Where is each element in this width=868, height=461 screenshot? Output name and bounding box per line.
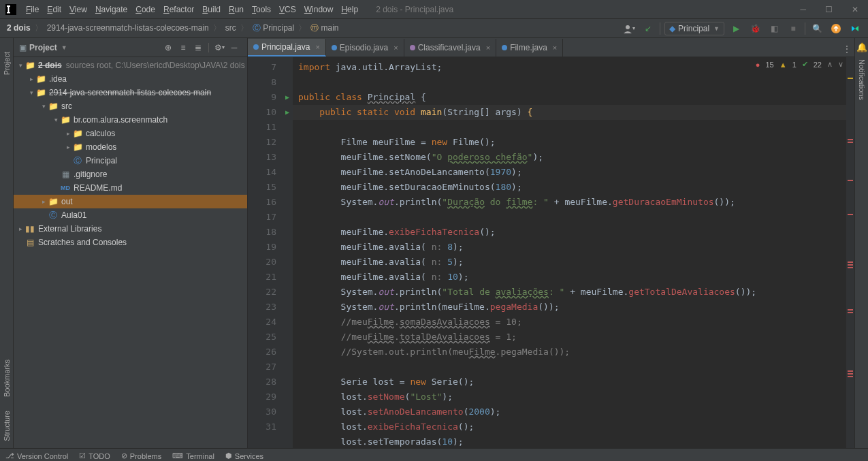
- project-view-icon: ▣: [19, 43, 27, 52]
- run-coverage-icon[interactable]: ◧: [767, 21, 782, 36]
- hide-panel-icon[interactable]: ─: [227, 40, 242, 55]
- right-toolwindow-bar: 🔔 Notifications: [854, 38, 868, 448]
- editor-area: Principal.java×Episodio.java×Classificav…: [248, 38, 854, 448]
- tree-modelos[interactable]: ▸📁modelos: [14, 140, 247, 154]
- breadcrumb-item[interactable]: ⓜ main: [309, 23, 340, 33]
- menu-navigate[interactable]: Navigate: [91, 3, 131, 16]
- stop-button[interactable]: ■: [786, 21, 801, 36]
- close-tab-icon[interactable]: ×: [393, 44, 398, 52]
- editor-tabs: Principal.java×Episodio.java×Classificav…: [248, 38, 854, 57]
- run-config-selector[interactable]: ◆ Principal ▼: [664, 22, 724, 35]
- minimize-button[interactable]: ─: [796, 3, 810, 16]
- menu-tools[interactable]: Tools: [248, 3, 275, 16]
- notifications-toolwindow-button[interactable]: Notifications: [858, 59, 866, 100]
- notifications-bell-icon[interactable]: 🔔: [856, 42, 867, 52]
- svg-point-4: [626, 25, 630, 29]
- bookmarks-toolwindow-button[interactable]: Bookmarks: [3, 360, 11, 397]
- warning-count: 1: [792, 61, 797, 69]
- editor-tab[interactable]: Classificavel.java×: [404, 39, 496, 57]
- collapse-all-icon[interactable]: ≣: [191, 40, 206, 55]
- close-tab-icon[interactable]: ×: [315, 43, 319, 51]
- project-panel-title: Project: [29, 43, 57, 52]
- ide-update-icon[interactable]: [829, 21, 843, 36]
- toolwindow-terminal[interactable]: ⌨Terminal: [172, 451, 214, 460]
- editor-tab[interactable]: Filme.java×: [496, 39, 563, 57]
- tree-out[interactable]: ▸📁out: [14, 195, 247, 208]
- menu-file[interactable]: File: [22, 3, 43, 16]
- bottom-toolwindow-bar: ⎇Version Control☑TODO⊘Problems⌨Terminal⬢…: [0, 448, 868, 461]
- update-project-icon[interactable]: ↙: [641, 21, 656, 36]
- tree-src[interactable]: ▾📁src: [14, 99, 247, 113]
- run-config-label: Principal: [678, 24, 709, 33]
- svg-rect-3: [8, 5, 10, 12]
- left-toolwindow-bar: Project Bookmarks Structure: [0, 38, 14, 448]
- toolwindow-services[interactable]: ⬢Services: [225, 451, 263, 460]
- project-tree[interactable]: ▾📁2 doissources root, C:\Users\ericd\Des…: [14, 57, 247, 448]
- expand-all-icon[interactable]: ≡: [176, 40, 191, 55]
- navbar: 2 dois〉2914-java-screenmatch-listas-cole…: [0, 19, 868, 38]
- menu-build[interactable]: Build: [198, 3, 225, 16]
- tree-ext-libraries[interactable]: ▸▮▮External Libraries: [14, 222, 247, 236]
- menu-view[interactable]: View: [65, 3, 91, 16]
- settings-icon[interactable]: ⚙▾: [212, 40, 227, 55]
- code-with-me-icon[interactable]: [848, 21, 863, 36]
- project-toolwindow-button[interactable]: Project: [3, 52, 11, 75]
- close-tab-icon[interactable]: ×: [486, 44, 490, 52]
- editor-tab[interactable]: Episodio.java×: [326, 39, 404, 57]
- tree-repo[interactable]: ▾📁2914-java-screenmatch-listas-colecoes-…: [14, 86, 247, 99]
- tree-readme[interactable]: MDREADME.md: [14, 181, 247, 195]
- tree-aula01[interactable]: ⒸAula01: [14, 208, 247, 222]
- inspections-widget[interactable]: ●15 ▲1 ✔22 ∧∨: [756, 60, 843, 69]
- tree-gitignore[interactable]: ▦.gitignore: [14, 168, 247, 181]
- breadcrumb-item[interactable]: src: [224, 23, 238, 33]
- debug-button[interactable]: 🐞: [748, 21, 762, 36]
- tree-pkg[interactable]: ▾📁br.com.alura.screenmatch: [14, 113, 247, 127]
- error-count: 15: [765, 61, 773, 69]
- menu-help[interactable]: Help: [337, 3, 362, 16]
- tree-scratches[interactable]: ▤Scratches and Consoles: [14, 236, 247, 249]
- search-everywhere-icon[interactable]: 🔍: [809, 21, 824, 36]
- toolwindow-version-control[interactable]: ⎇Version Control: [5, 451, 68, 460]
- intellij-logo-icon: [5, 4, 16, 15]
- error-stripe[interactable]: [846, 57, 854, 448]
- menu-window[interactable]: Window: [300, 3, 338, 16]
- user-icon[interactable]: ▾: [622, 21, 637, 36]
- close-tab-icon[interactable]: ×: [553, 44, 557, 52]
- window-title: 2 dois - Principal.java: [376, 5, 453, 14]
- close-button[interactable]: ✕: [848, 3, 863, 16]
- main-menu: FileEditViewNavigateCodeRefactorBuildRun…: [22, 5, 362, 14]
- toolwindow-problems[interactable]: ⊘Problems: [121, 451, 161, 460]
- line-gutter[interactable]: 7891011121314151617181920212223242526272…: [248, 57, 282, 448]
- breadcrumb-item[interactable]: 2914-java-screenmatch-listas-colecoes-ma…: [46, 23, 210, 33]
- code-editor[interactable]: 7891011121314151617181920212223242526272…: [248, 57, 854, 448]
- maximize-button[interactable]: ☐: [821, 3, 837, 16]
- select-opened-file-icon[interactable]: ⊕: [161, 40, 176, 55]
- tree-idea[interactable]: ▸📁.idea: [14, 72, 247, 86]
- code-content[interactable]: import java.util.ArrayList; public class…: [293, 57, 854, 448]
- breadcrumbs: 2 dois〉2914-java-screenmatch-listas-cole…: [5, 22, 340, 34]
- breadcrumb-item[interactable]: 2 dois: [5, 23, 32, 33]
- menu-code[interactable]: Code: [131, 3, 159, 16]
- editor-tab[interactable]: Principal.java×: [248, 39, 326, 57]
- tree-root[interactable]: ▾📁2 doissources root, C:\Users\ericd\Des…: [14, 59, 247, 72]
- run-button[interactable]: ▶: [728, 21, 743, 36]
- menu-run[interactable]: Run: [225, 3, 248, 16]
- tree-calculos[interactable]: ▸📁calculos: [14, 127, 247, 140]
- svg-rect-2: [7, 12, 10, 14]
- breadcrumb-item[interactable]: Ⓒ Principal: [251, 23, 295, 33]
- tree-principal[interactable]: ⒸPrincipal: [14, 154, 247, 168]
- check-count: 22: [814, 61, 822, 69]
- menu-refactor[interactable]: Refactor: [159, 3, 198, 16]
- editor-tabs-more-icon[interactable]: ⋮: [839, 42, 854, 57]
- titlebar: FileEditViewNavigateCodeRefactorBuildRun…: [0, 0, 868, 19]
- menu-edit[interactable]: Edit: [43, 3, 65, 16]
- structure-toolwindow-button[interactable]: Structure: [3, 411, 11, 441]
- menu-vcs[interactable]: VCS: [275, 3, 300, 16]
- toolwindow-todo[interactable]: ☑TODO: [79, 451, 110, 460]
- project-panel: ▣ Project ▼ ⊕ ≡ ≣ ⚙▾ ─ ▾📁2 doissources r…: [14, 38, 248, 448]
- run-gutter[interactable]: ▶▶: [282, 57, 293, 448]
